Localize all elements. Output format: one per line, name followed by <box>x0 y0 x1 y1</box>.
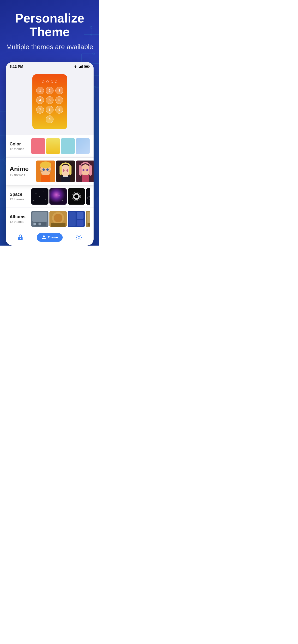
pin-btn-8[interactable]: 8 <box>46 106 54 114</box>
pin-btn-3[interactable]: 3 <box>55 87 63 94</box>
svg-point-41 <box>46 168 49 171</box>
nav-theme[interactable]: Theme <box>37 233 63 242</box>
svg-rect-54 <box>63 176 68 176</box>
svg-rect-112 <box>87 212 90 223</box>
svg-line-43 <box>40 172 43 172</box>
svg-rect-109 <box>77 212 83 219</box>
svg-rect-50 <box>69 165 72 175</box>
color-swatches-container <box>31 138 90 154</box>
status-bar: 5:13 PM <box>6 62 94 70</box>
settings-icon <box>76 234 82 240</box>
svg-rect-46 <box>41 175 50 182</box>
svg-rect-113 <box>88 223 90 226</box>
svg-point-59 <box>83 169 84 171</box>
svg-rect-33 <box>82 65 83 68</box>
svg-point-10 <box>94 86 96 88</box>
album-thumb-1[interactable] <box>31 211 49 227</box>
page-wrapper: Personalize Theme Multiple themes are av… <box>0 0 99 246</box>
anime-theme-row[interactable]: Anime 12 themes <box>6 158 94 185</box>
lock-screen-preview: 1 2 3 4 5 6 7 8 9 0 <box>32 74 67 130</box>
pin-btn-5[interactable]: 5 <box>46 96 54 104</box>
status-icons <box>73 65 90 68</box>
color-theme-row[interactable]: Color 12 themes <box>6 135 94 157</box>
space-thumb-1[interactable] <box>31 188 49 204</box>
svg-rect-32 <box>81 66 82 68</box>
svg-point-80 <box>33 200 34 200</box>
svg-rect-81 <box>49 188 67 204</box>
nav-lock[interactable] <box>17 234 24 241</box>
albums-images-container <box>31 211 90 227</box>
svg-rect-110 <box>77 220 83 226</box>
svg-rect-99 <box>32 212 47 222</box>
albums-count: 12 themes <box>10 220 31 224</box>
header-section: Personalize Theme Multiple themes are av… <box>0 0 99 57</box>
svg-point-116 <box>78 236 80 238</box>
status-time: 5:13 PM <box>10 64 23 68</box>
anime-thumb-3[interactable] <box>76 160 94 182</box>
svg-point-56 <box>81 164 90 176</box>
svg-rect-35 <box>85 66 88 67</box>
space-theme-row[interactable]: Space 12 themes <box>6 186 94 208</box>
anime-thumb-1[interactable] <box>36 160 55 182</box>
space-thumb-2[interactable] <box>49 188 67 204</box>
subtitle: Multiple themes are available <box>6 43 94 51</box>
swatch-1[interactable] <box>31 138 45 154</box>
pin-btn-7[interactable]: 7 <box>36 106 44 114</box>
svg-point-102 <box>38 222 41 226</box>
svg-rect-108 <box>69 212 76 226</box>
pin-btn-9[interactable]: 9 <box>55 106 63 114</box>
albums-theme-row[interactable]: Albums 12 themes <box>6 208 94 230</box>
svg-rect-57 <box>79 165 82 176</box>
albums-title: Albums <box>10 214 31 220</box>
bottom-nav: Theme <box>6 230 94 246</box>
battery-icon <box>84 65 90 68</box>
albums-label: Albums 12 themes <box>10 214 31 224</box>
pin-btn-1[interactable]: 1 <box>36 87 44 94</box>
svg-point-76 <box>36 192 37 194</box>
svg-point-84 <box>62 200 63 200</box>
swatch-4[interactable] <box>76 138 90 154</box>
album-thumb-4[interactable] <box>86 211 90 227</box>
anime-label: Anime 12 themes <box>10 165 36 177</box>
svg-rect-49 <box>60 165 62 175</box>
svg-point-77 <box>43 192 44 192</box>
pin-dots <box>42 80 57 83</box>
color-title: Color <box>10 142 31 146</box>
pin-dot-2 <box>46 80 49 83</box>
space-thumb-3[interactable] <box>68 188 85 204</box>
anime-images-container <box>36 160 94 182</box>
svg-point-79 <box>45 198 46 199</box>
album-thumb-2[interactable] <box>49 211 67 227</box>
theme-icon <box>42 235 46 240</box>
svg-line-45 <box>48 172 51 172</box>
album-thumb-3[interactable] <box>68 211 85 227</box>
lock-icon <box>17 234 24 241</box>
svg-point-115 <box>20 238 21 239</box>
svg-point-96 <box>89 193 90 193</box>
space-thumb-4[interactable] <box>86 188 90 204</box>
space-images-container <box>31 188 90 204</box>
svg-point-82 <box>59 195 60 196</box>
pin-btn-2[interactable]: 2 <box>46 87 54 94</box>
svg-point-40 <box>43 168 45 171</box>
pin-dot-3 <box>51 80 53 83</box>
svg-rect-75 <box>31 188 49 204</box>
svg-rect-58 <box>89 165 92 176</box>
pin-dot-4 <box>55 80 57 83</box>
pin-btn-4[interactable]: 4 <box>36 96 44 104</box>
main-title: Personalize Theme <box>6 12 94 39</box>
pin-btn-0[interactable]: 0 <box>46 116 54 123</box>
nav-settings[interactable] <box>76 234 82 240</box>
anime-thumb-2[interactable] <box>56 160 75 182</box>
svg-point-51 <box>63 170 65 172</box>
swatch-2[interactable] <box>46 138 60 154</box>
space-count: 12 themes <box>10 198 31 201</box>
space-title: Space <box>10 192 31 197</box>
svg-point-83 <box>55 193 56 193</box>
svg-rect-53 <box>61 176 70 182</box>
pin-grid: 1 2 3 4 5 6 7 8 9 0 <box>36 87 63 123</box>
swatch-3[interactable] <box>61 138 75 154</box>
pin-btn-6[interactable]: 6 <box>55 96 63 104</box>
svg-rect-106 <box>51 223 66 227</box>
svg-point-60 <box>86 169 88 171</box>
